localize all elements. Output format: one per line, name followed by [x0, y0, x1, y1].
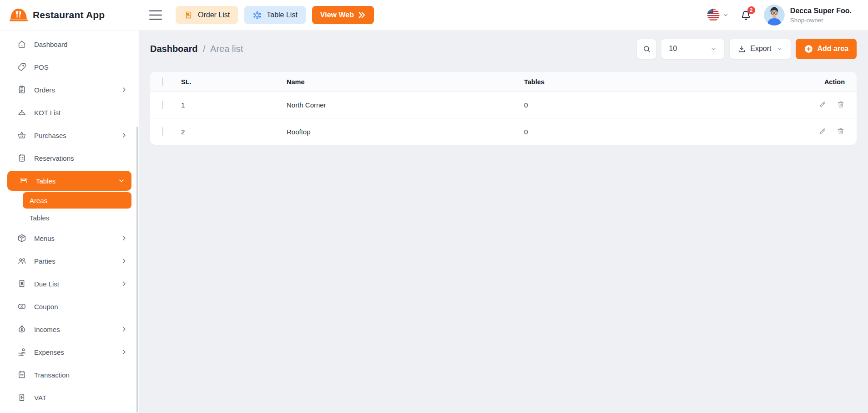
- basket-icon: [17, 130, 27, 140]
- sidebar-item-dashboard[interactable]: Dashboard: [0, 33, 139, 56]
- sidebar-item-coupon[interactable]: Coupon: [0, 295, 139, 318]
- sidebar-item-label: Coupon: [34, 303, 58, 311]
- sidebar-item-label: POS: [34, 63, 49, 71]
- row-checkbox[interactable]: [162, 101, 163, 109]
- sidebar-subitem-tables[interactable]: Tables: [23, 209, 131, 226]
- trash-icon: [837, 127, 845, 137]
- sidebar-item-transaction[interactable]: Transaction: [0, 363, 139, 386]
- cell-tables: 0: [524, 128, 788, 136]
- view-web-button[interactable]: View Web: [312, 6, 374, 24]
- export-button[interactable]: Export: [729, 39, 791, 59]
- home-icon: [17, 39, 27, 49]
- notifications-button[interactable]: 2: [740, 9, 752, 21]
- page-size-value: 10: [669, 45, 677, 53]
- sidebar-item-due-list[interactable]: Due List: [0, 272, 139, 295]
- table-icon: [19, 176, 29, 186]
- header-right-cluster: 2 Decca Super Foo. Shop-owner: [707, 5, 852, 25]
- table-list-button[interactable]: Table List: [244, 6, 306, 24]
- sidebar-item-reservations[interactable]: Reservations: [0, 147, 139, 169]
- user-menu[interactable]: Decca Super Foo. Shop-owner: [790, 7, 852, 24]
- chevron-down-icon: [722, 12, 729, 18]
- chevron-down-icon: [776, 46, 783, 52]
- sidebar-item-label: Expenses: [34, 348, 64, 356]
- us-flag-icon: [707, 9, 720, 21]
- table-list-label: Table List: [267, 11, 298, 19]
- user-role: Shop-owner: [790, 17, 852, 24]
- chevron-down-icon: [118, 177, 125, 184]
- toolbar: 10 Export: [636, 39, 857, 59]
- pencil-icon: [818, 127, 827, 137]
- app-title: Restaurant App: [33, 10, 105, 20]
- sidebar-submenu-tables: AreasTables: [0, 192, 139, 226]
- chevron-right-icon: [121, 326, 128, 333]
- cell-sl: 1: [181, 101, 287, 109]
- sidebar-item-vat[interactable]: VAT: [0, 386, 139, 409]
- notification-badge: 2: [747, 6, 755, 14]
- column-header-tables: Tables: [524, 78, 788, 86]
- sidebar-item-label: Incomes: [34, 326, 60, 333]
- breadcrumb-separator: /: [203, 44, 206, 54]
- plus-circle-icon: [804, 44, 813, 54]
- avatar[interactable]: [764, 5, 785, 25]
- sidebar-item-tables[interactable]: Tables: [7, 171, 131, 191]
- sidebar-item-label: Reservations: [34, 154, 74, 162]
- sidebar-item-label: Transaction: [34, 371, 70, 379]
- sidebar-item-purchases[interactable]: Purchases: [0, 124, 139, 147]
- receipt-dollar-icon: [17, 279, 27, 289]
- pencil-icon: [818, 100, 827, 110]
- sidebar-item-label: Due List: [34, 280, 59, 288]
- delete-button[interactable]: [837, 100, 845, 110]
- chevron-right-icon: [121, 132, 128, 139]
- page-size-select[interactable]: 10: [661, 39, 725, 59]
- hand-coin-icon: [17, 347, 27, 357]
- order-list-label: Order List: [198, 11, 230, 19]
- tag-icon: [17, 62, 27, 72]
- package-icon: [17, 233, 27, 243]
- sidebar-subitem-areas[interactable]: Areas: [23, 192, 131, 209]
- sidebar-item-label: Menus: [34, 235, 55, 242]
- view-web-label: View Web: [320, 11, 354, 19]
- sidebar-item-menus[interactable]: Menus: [0, 227, 139, 250]
- sidebar-item-kot-list[interactable]: KOT List: [0, 101, 139, 124]
- sidebar-item-label: Orders: [34, 86, 55, 94]
- sidebar-scrollbar[interactable]: [136, 127, 138, 413]
- breadcrumb-current: Area list: [210, 44, 243, 54]
- edit-button[interactable]: [818, 127, 827, 137]
- round-table-icon: [252, 10, 262, 20]
- sidebar-item-incomes[interactable]: Incomes: [0, 318, 139, 341]
- cell-sl: 2: [181, 128, 287, 136]
- breadcrumb-parent[interactable]: Dashboard: [150, 44, 197, 54]
- page-head: Dashboard / Area list 10: [150, 38, 857, 59]
- language-selector[interactable]: [707, 9, 729, 21]
- area-list-card: SL. Name Tables Action 1North Corner02Ro…: [150, 72, 857, 145]
- breadcrumb: Dashboard / Area list: [150, 44, 243, 54]
- table-body: 1North Corner02Rooftop0: [150, 92, 857, 145]
- search-button[interactable]: [636, 39, 656, 59]
- edit-button[interactable]: [818, 100, 827, 110]
- sidebar-item-orders[interactable]: Orders: [0, 78, 139, 101]
- chevron-right-icon: [121, 235, 128, 242]
- chevron-right-icon: [121, 348, 128, 356]
- clipboard-icon: [17, 85, 27, 95]
- users-icon: [17, 256, 27, 266]
- sidebar-nav: DashboardPOSOrdersKOT ListPurchasesReser…: [0, 31, 139, 411]
- sidebar-item-pos[interactable]: POS: [0, 56, 139, 78]
- delete-button[interactable]: [837, 127, 845, 137]
- table-header-row: SL. Name Tables Action: [150, 72, 857, 92]
- clipboard-check-icon: [17, 153, 27, 163]
- row-checkbox[interactable]: [162, 127, 163, 136]
- sidebar-item-expenses[interactable]: Expenses: [0, 341, 139, 363]
- double-chevron-right-icon: [358, 11, 366, 19]
- hamburger-menu-icon[interactable]: [149, 10, 162, 20]
- sidebar-item-label: KOT List: [34, 109, 61, 117]
- select-all-checkbox[interactable]: [162, 77, 163, 86]
- sidebar-item-parties[interactable]: Parties: [0, 250, 139, 272]
- invoice-icon: [184, 10, 193, 20]
- app-logo[interactable]: Restaurant App: [0, 0, 139, 31]
- order-list-button[interactable]: Order List: [176, 6, 238, 24]
- top-header: Order List Table List View Web: [139, 0, 868, 31]
- search-icon: [642, 45, 651, 53]
- cell-tables: 0: [524, 101, 788, 109]
- add-area-button[interactable]: Add area: [796, 39, 857, 59]
- user-name: Decca Super Foo.: [790, 7, 852, 15]
